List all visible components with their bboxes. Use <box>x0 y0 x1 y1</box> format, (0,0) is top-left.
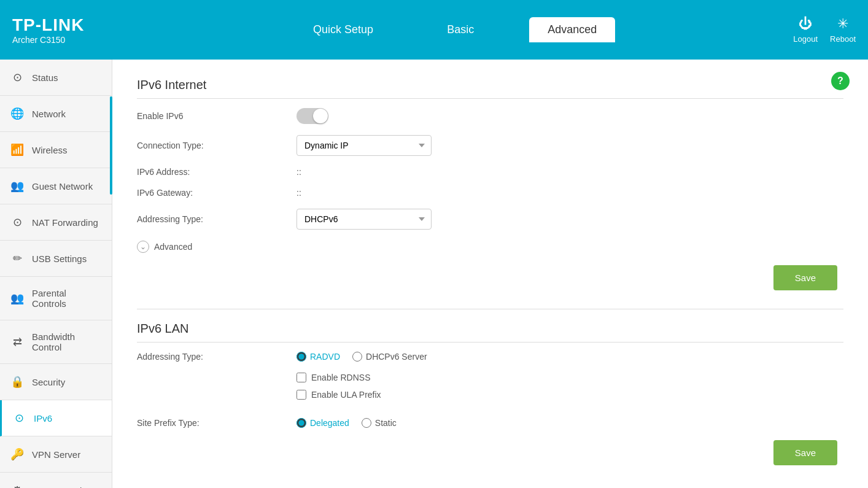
lan-addressing-radio-group: RADVD DHCPv6 Server <box>296 352 427 362</box>
enable-ipv6-row: Enable IPv6 <box>137 108 843 124</box>
lan-addressing-type-label: Addressing Type: <box>137 352 296 362</box>
enable-rdnss-checkbox-item[interactable]: Enable RDNSS <box>296 373 381 382</box>
nat-icon: ⊙ <box>10 215 25 229</box>
sidebar-item-status[interactable]: ⊙ Status <box>0 60 112 96</box>
main-content: ⊙ Status 🌐 Network 📶 Wireless 👥 Guest Ne… <box>0 60 868 488</box>
header: TP-LINK Archer C3150 Quick Setup Basic A… <box>0 0 868 60</box>
nav-tabs: Quick Setup Basic Advanced <box>117 17 793 42</box>
site-prefix-row: Site Prefix Type: Delegated Static <box>137 418 843 428</box>
ipv6-address-value: :: <box>296 167 301 177</box>
content-area: ? IPv6 Internet Enable IPv6 Connection T… <box>112 60 868 488</box>
enable-ipv6-label: Enable IPv6 <box>137 111 296 121</box>
ipv6-internet-section: IPv6 Internet Enable IPv6 Connection Typ… <box>137 78 843 290</box>
sidebar-item-security[interactable]: 🔒 Security <box>0 364 112 400</box>
sidebar-item-parental-controls[interactable]: 👥 Parental Controls <box>0 277 112 320</box>
status-icon: ⊙ <box>10 71 25 84</box>
sidebar-wrapper: ⊙ Status 🌐 Network 📶 Wireless 👥 Guest Ne… <box>0 60 112 488</box>
bandwidth-icon: ⇄ <box>10 335 25 349</box>
help-button[interactable]: ? <box>831 72 850 90</box>
delegated-radio-item[interactable]: Delegated <box>296 418 349 428</box>
ipv6-address-row: IPv6 Address: :: <box>137 167 843 177</box>
enable-ipv6-toggle[interactable] <box>296 108 328 124</box>
ipv6-address-label: IPv6 Address: <box>137 167 296 177</box>
delegated-radio[interactable] <box>296 418 306 428</box>
connection-type-label: Connection Type: <box>137 141 296 150</box>
reboot-button[interactable]: ✳ Reboot <box>830 16 856 44</box>
connection-type-select[interactable]: Dynamic IP Static IP PPPoE 6to4 Tunnel P… <box>296 135 432 156</box>
radvd-radio-item[interactable]: RADVD <box>296 352 340 362</box>
ipv6-lan-title: IPv6 LAN <box>137 322 843 343</box>
static-radio-item[interactable]: Static <box>362 418 397 428</box>
system-tools-icon: ⚙ <box>10 484 25 488</box>
radvd-radio[interactable] <box>296 352 306 362</box>
logo-area: TP-LINK Archer C3150 <box>12 15 117 45</box>
sidebar-item-ipv6[interactable]: ⊙ IPv6 <box>0 400 112 436</box>
sidebar-item-network[interactable]: 🌐 Network <box>0 96 112 132</box>
tab-advanced[interactable]: Advanced <box>529 17 615 42</box>
logout-button[interactable]: ⏻ Logout <box>793 16 818 44</box>
sidebar-item-bandwidth-control[interactable]: ⇄ Bandwidth Control <box>0 320 112 364</box>
security-icon: 🔒 <box>10 375 25 389</box>
dhcpv6-server-radio[interactable] <box>352 352 362 362</box>
tab-quick-setup[interactable]: Quick Setup <box>295 17 392 42</box>
addressing-type-row: Addressing Type: DHCPv6 SLAAC DHCPv6+SLA… <box>137 209 843 230</box>
sidebar-item-usb-settings[interactable]: ✏ USB Settings <box>0 241 112 277</box>
dhcpv6-server-radio-item[interactable]: DHCPv6 Server <box>352 352 427 362</box>
collapse-icon: ⌄ <box>137 241 149 253</box>
section-divider <box>137 309 843 309</box>
sidebar-item-vpn-server[interactable]: 🔑 VPN Server <box>0 436 112 473</box>
ipv6-icon: ⊙ <box>12 411 26 425</box>
lan-checkboxes-row: Enable RDNSS Enable ULA Prefix <box>137 373 843 407</box>
static-label: Static <box>375 418 397 428</box>
guest-network-icon: 👥 <box>10 179 25 193</box>
ipv6-lan-save-button[interactable]: Save <box>773 440 837 465</box>
ipv6-lan-section: IPv6 LAN Addressing Type: RADVD DHCPv6 S… <box>137 309 843 465</box>
sidebar-item-system-tools[interactable]: ⚙ System Tools <box>0 473 112 488</box>
ipv6-gateway-row: IPv6 Gateway: :: <box>137 188 843 198</box>
dhcpv6-server-label: DHCPv6 Server <box>366 352 427 362</box>
radvd-label: RADVD <box>310 352 340 362</box>
advanced-collapse[interactable]: ⌄ Advanced <box>137 241 843 253</box>
delegated-label: Delegated <box>310 418 349 428</box>
static-radio[interactable] <box>362 418 371 428</box>
wireless-icon: 📶 <box>10 143 25 157</box>
enable-ula-checkbox-item[interactable]: Enable ULA Prefix <box>296 390 381 400</box>
enable-ula-checkbox[interactable] <box>296 390 306 400</box>
site-prefix-label: Site Prefix Type: <box>137 418 296 428</box>
toggle-knob <box>313 109 328 123</box>
site-prefix-radio-group: Delegated Static <box>296 418 397 428</box>
addressing-type-label: Addressing Type: <box>137 214 296 224</box>
tab-basic[interactable]: Basic <box>428 17 492 42</box>
reboot-icon: ✳ <box>837 16 848 32</box>
ipv6-gateway-label: IPv6 Gateway: <box>137 188 296 198</box>
sidebar-item-wireless[interactable]: 📶 Wireless <box>0 132 112 168</box>
sidebar: ⊙ Status 🌐 Network 📶 Wireless 👥 Guest Ne… <box>0 60 112 488</box>
parental-icon: 👥 <box>10 292 25 305</box>
logout-icon: ⏻ <box>799 16 812 32</box>
logo-brand: TP-LINK <box>12 15 117 35</box>
enable-rdnss-label: Enable RDNSS <box>311 373 371 382</box>
connection-type-row: Connection Type: Dynamic IP Static IP PP… <box>137 135 843 156</box>
usb-icon: ✏ <box>10 252 25 265</box>
network-icon: 🌐 <box>10 107 25 120</box>
ipv6-internet-title: IPv6 Internet <box>137 78 843 99</box>
advanced-label: Advanced <box>154 242 192 252</box>
sidebar-item-guest-network[interactable]: 👥 Guest Network <box>0 168 112 204</box>
enable-ula-label: Enable ULA Prefix <box>311 390 381 400</box>
ipv6-internet-save-button[interactable]: Save <box>773 265 837 290</box>
sidebar-item-nat-forwarding[interactable]: ⊙ NAT Forwarding <box>0 204 112 241</box>
enable-rdnss-checkbox[interactable] <box>296 373 306 382</box>
lan-addressing-type-row: Addressing Type: RADVD DHCPv6 Server <box>137 352 843 362</box>
addressing-type-select[interactable]: DHCPv6 SLAAC DHCPv6+SLAAC <box>296 209 432 230</box>
logo-model: Archer C3150 <box>12 35 117 45</box>
header-actions: ⏻ Logout ✳ Reboot <box>793 16 856 44</box>
vpn-icon: 🔑 <box>10 447 25 461</box>
ipv6-gateway-value: :: <box>296 188 301 198</box>
lan-checkboxes-col: Enable RDNSS Enable ULA Prefix <box>296 373 381 407</box>
